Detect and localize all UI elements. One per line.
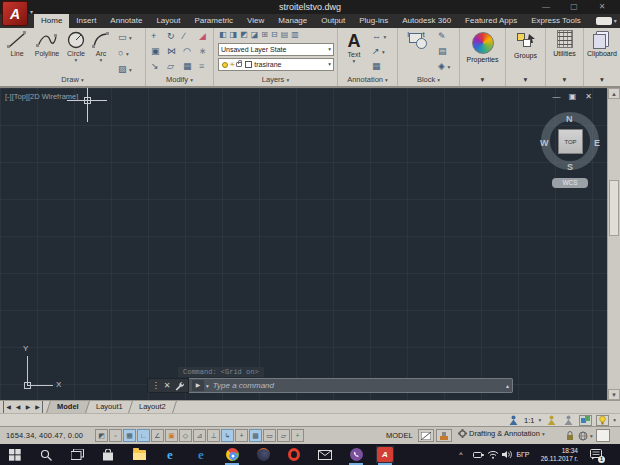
panel-clipboard[interactable]: Clipboard ▾ [584, 28, 620, 86]
groups-expand[interactable]: ▾ [506, 74, 545, 86]
customize-wrench-icon[interactable] [174, 381, 184, 391]
layer-lock-icon[interactable]: ⊞ [261, 30, 268, 39]
tab-plugins[interactable]: Plug-ins [352, 14, 395, 28]
first-tab-button[interactable]: ◀ [3, 401, 13, 413]
tab-autodesk360[interactable]: Autodesk 360 [395, 14, 458, 28]
tab-layout2[interactable]: Layout2 [128, 401, 177, 413]
recent-commands-arrow-icon[interactable]: ▾ [206, 383, 209, 389]
rectangle-dropdown-icon[interactable]: ▾ [129, 35, 132, 41]
scale-tool[interactable]: ▱ [167, 60, 174, 72]
annotation-monitor-toggle[interactable]: + [291, 429, 304, 442]
polar-tracking-toggle[interactable]: ∠ [151, 429, 164, 442]
transparency-toggle[interactable]: ▩ [249, 429, 262, 442]
layer-lock-state-icon[interactable] [236, 62, 242, 67]
scroll-up-icon[interactable]: ▲ [608, 88, 620, 99]
app-menu-arrow-icon[interactable]: ▾ [30, 8, 33, 15]
mail-icon[interactable] [316, 446, 334, 463]
layer-sun-icon[interactable]: ☀ [229, 59, 235, 70]
layer-freeze-icon[interactable]: ◪ [251, 30, 259, 39]
quick-view-layouts-button[interactable] [418, 429, 434, 442]
ribbon-display-arrow-icon[interactable]: ▾ [614, 14, 617, 28]
store-icon[interactable] [99, 446, 117, 463]
tab-home[interactable]: Home [34, 14, 69, 28]
start-button[interactable] [6, 446, 24, 463]
block-attributes-tool[interactable]: ▤ [438, 45, 447, 57]
text-tool[interactable]: A Text ▾ [342, 31, 366, 64]
annotation-visibility-icon[interactable] [545, 415, 558, 426]
status-tray-icon[interactable] [579, 415, 592, 426]
viber-icon[interactable] [347, 446, 365, 463]
move-tool[interactable]: + [151, 30, 156, 42]
text-dropdown-icon[interactable]: ▾ [342, 58, 366, 64]
viewport-close-icon[interactable]: ✕ [582, 92, 595, 101]
clipboard-expand[interactable]: ▾ [584, 74, 620, 86]
coordinates-readout[interactable]: 1654.34, 400.47, 0.00 [6, 431, 83, 440]
scroll-down-icon[interactable]: ▼ [608, 389, 620, 400]
annotation-autoscale-icon[interactable] [562, 415, 575, 426]
vertical-scrollbar[interactable]: ▲ ▼ [607, 88, 620, 400]
tab-parametric[interactable]: Parametric [187, 14, 240, 28]
lineweight-toggle[interactable]: + [235, 429, 248, 442]
last-tab-button[interactable]: ▶ [33, 401, 43, 413]
tab-express-tools[interactable]: Express Tools [524, 14, 588, 28]
minimize-button[interactable]: — [538, 0, 554, 14]
copy-tool[interactable]: ▣ [151, 45, 160, 57]
panel-label-modify[interactable]: Modify ▾ [146, 74, 213, 86]
set-base-point-tool[interactable]: ◈ ▾ [438, 60, 450, 73]
offset-tool[interactable]: ≡ [199, 60, 204, 72]
volume-icon[interactable] [500, 446, 514, 463]
next-tab-button[interactable]: ▶ [23, 401, 33, 413]
rotate-tool[interactable]: ↻ [167, 30, 175, 42]
panel-label-draw[interactable]: Draw ▾ [0, 74, 145, 86]
edit-block-tool[interactable]: ✎ [438, 30, 446, 42]
command-input[interactable] [213, 381, 506, 390]
polyline-tool[interactable]: Polyline [31, 31, 63, 57]
wcs-menu[interactable]: WCS [552, 178, 588, 188]
circle-tool[interactable]: Circle ▾ [62, 31, 90, 63]
status-menu-arrow-icon[interactable]: ▾ [590, 433, 593, 439]
viewport-minimize-icon[interactable]: — [550, 92, 563, 101]
tab-layout[interactable]: Layout [149, 14, 187, 28]
viewcube-west[interactable]: W [540, 138, 549, 148]
internet-explorer-icon[interactable]: e [161, 446, 179, 463]
dynamic-ucs-toggle[interactable]: ⊥ [207, 429, 220, 442]
clean-screen-button[interactable] [596, 429, 610, 442]
tab-layout1[interactable]: Layout1 [85, 401, 134, 413]
model-space-button[interactable]: MODEL [383, 430, 416, 442]
current-layer-dropdown[interactable]: ☀ trasirane ▾ [218, 58, 334, 71]
wifi-icon[interactable] [486, 446, 500, 463]
layer-state-dropdown[interactable]: Unsaved Layer State ▾ [218, 43, 334, 56]
tab-model[interactable]: Model [46, 401, 90, 413]
viewport-restore-icon[interactable]: ▣ [566, 92, 579, 101]
prev-tab-button[interactable]: ◀ [13, 401, 23, 413]
drawing-status-bulb-icon[interactable] [596, 415, 609, 426]
workspace-switcher[interactable]: Drafting & Annotation ▾ [458, 429, 562, 438]
panel-label-annotation[interactable]: Annotation ▾ [338, 74, 397, 86]
power-icon[interactable] [471, 446, 485, 463]
stretch-tool[interactable]: ↘ [151, 60, 159, 72]
command-close-icon[interactable]: ✕ [164, 381, 171, 390]
hatch-dropdown-icon[interactable]: ▾ [129, 67, 132, 73]
leader-tool[interactable]: ↗ ▾ [372, 45, 385, 58]
layer-isolate-icon[interactable]: ◩ [240, 30, 248, 39]
close-button[interactable]: ✕ [594, 0, 610, 14]
table-tool[interactable]: ▦ [372, 60, 381, 72]
grid-display-toggle[interactable]: ▦ [123, 429, 136, 442]
layer-properties-icon[interactable]: ◧ [219, 30, 227, 39]
panel-properties[interactable]: Properties ▾ [460, 28, 506, 86]
tab-featured-apps[interactable]: Featured Apps [458, 14, 524, 28]
ortho-mode-toggle[interactable]: ∟ [137, 429, 150, 442]
ellipse-dropdown-icon[interactable]: ▾ [126, 51, 129, 57]
quick-properties-toggle[interactable]: ▭ [263, 429, 276, 442]
drawing-canvas[interactable]: [-][Top][2D Wireframe] — ▣ ✕ N W E S TOP… [0, 88, 607, 400]
hardware-acceleration-icon[interactable] [578, 431, 588, 443]
panel-utilities[interactable]: Utilities ▾ [546, 28, 584, 86]
opera-icon[interactable] [285, 446, 303, 463]
maximize-button[interactable]: ▢ [566, 0, 582, 14]
layer-unlock-icon[interactable]: ⊟ [271, 30, 278, 39]
autocad-taskbar-icon[interactable]: A [376, 446, 394, 463]
annotation-scale-value[interactable]: 1:1 [524, 416, 534, 425]
language-indicator[interactable]: БГР [514, 446, 532, 463]
annotation-scale-arrow-icon[interactable]: ▾ [538, 417, 541, 423]
panel-label-layers[interactable]: Layers ▾ [214, 74, 337, 86]
